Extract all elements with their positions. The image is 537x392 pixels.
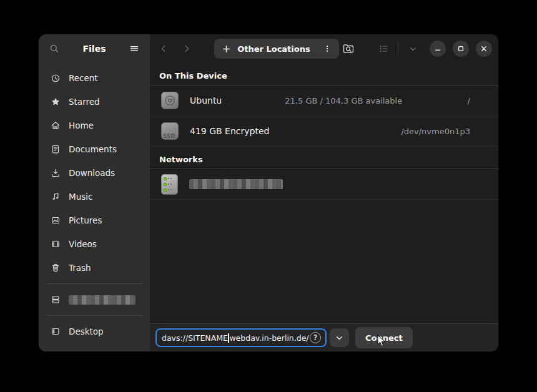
view-options-chevron-icon[interactable] (405, 41, 420, 56)
drive-free-space: 21,5 GB / 104,3 GB available (285, 96, 402, 105)
starred-icon (51, 97, 61, 107)
sidebar-item-desktop[interactable]: Desktop (44, 320, 145, 343)
drive-row-ubuntu[interactable]: Ubuntu 21,5 GB / 104,3 GB available / (150, 86, 498, 116)
ssd-icon: SSD (161, 122, 179, 140)
recent-servers-dropdown[interactable] (330, 328, 349, 347)
downloads-icon (51, 168, 61, 178)
back-button[interactable] (156, 41, 172, 57)
server-stack-icon (51, 295, 61, 305)
sidebar-item-trash[interactable]: Trash (44, 256, 145, 280)
location-bar[interactable]: Other Locations (214, 39, 339, 59)
headerbar: Other Locations (150, 34, 498, 63)
sidebar-item-documents[interactable]: Documents (44, 137, 145, 161)
home-icon (51, 120, 61, 130)
sidebar-item-label: Documents (69, 144, 117, 154)
main-pane: Other Locations (150, 34, 498, 351)
sidebar-item-label: Starred (69, 97, 100, 107)
sidebar-item-label: Recent (69, 73, 98, 83)
sidebar-item-remote-server[interactable] (44, 288, 145, 311)
censored-server-name (189, 179, 283, 189)
kebab-menu-icon[interactable] (323, 44, 332, 54)
desktop-icon (51, 326, 61, 336)
documents-icon (51, 144, 61, 154)
sidebar-item-music[interactable]: Music (44, 185, 145, 208)
connect-button[interactable]: Connect (355, 327, 413, 348)
sidebar-item-label: Home (69, 120, 94, 130)
sidebar-item-label: Pictures (69, 215, 102, 225)
drive-row-encrypted[interactable]: SSD 419 GB Encrypted /dev/nvme0n1p3 (150, 116, 498, 147)
trash-icon (51, 263, 61, 273)
plus-icon (222, 44, 231, 54)
folder-search-icon[interactable] (339, 39, 358, 58)
close-button[interactable] (476, 41, 492, 57)
files-window: Files Recent Starred (39, 34, 498, 351)
desktop-background: Files Recent Starred (0, 0, 537, 392)
drive-name: Ubuntu (190, 96, 285, 105)
sidebar-item-downloads[interactable]: Downloads (44, 161, 145, 185)
sidebar-item-home[interactable]: Home (44, 114, 145, 137)
menu-icon[interactable] (127, 41, 142, 56)
server-address-value: davs://SITENAMEwebdav.in-berlin.de/ (162, 333, 309, 343)
sidebar-item-label: Desktop (69, 326, 104, 336)
videos-icon (51, 239, 61, 249)
search-icon[interactable] (47, 41, 62, 56)
connect-to-server-bar: davs://SITENAMEwebdav.in-berlin.de/ ? Co… (150, 323, 498, 351)
music-icon (51, 192, 61, 202)
sidebar-item-videos[interactable]: Videos (44, 232, 145, 256)
disk-icon (161, 92, 179, 109)
network-server-row[interactable] (150, 169, 498, 200)
minimize-button[interactable] (430, 41, 446, 57)
section-title-networks: Networks (150, 147, 498, 169)
pictures-icon (51, 215, 61, 225)
list-view-icon[interactable] (376, 41, 391, 56)
locations-list: On This Device Ubuntu 21,5 GB / 104,3 GB… (150, 63, 498, 323)
maximize-button[interactable] (453, 41, 469, 57)
sidebar-item-label: Trash (69, 263, 91, 273)
recent-icon (51, 73, 61, 83)
sidebar: Files Recent Starred (39, 34, 150, 351)
sidebar-item-label: Downloads (69, 168, 115, 178)
headerbar-actions (339, 39, 492, 58)
sidebar-list: Recent Starred Home (39, 63, 150, 343)
server-address-input[interactable]: davs://SITENAMEwebdav.in-berlin.de/ ? (155, 328, 327, 347)
drive-name: 419 GB Encrypted (190, 126, 303, 136)
drive-device-path: /dev/nvme0n1p3 (389, 127, 470, 136)
sidebar-header: Files (39, 34, 150, 63)
sidebar-item-pictures[interactable]: Pictures (44, 208, 145, 232)
help-icon[interactable]: ? (310, 332, 321, 343)
sidebar-divider (46, 283, 142, 284)
section-title-on-this-device: On This Device (150, 63, 498, 85)
app-title: Files (83, 44, 106, 54)
location-label: Other Locations (237, 44, 317, 54)
sidebar-item-recent[interactable]: Recent (44, 66, 145, 90)
censored-bookmark-name (69, 295, 135, 305)
sidebar-item-label: Music (69, 192, 92, 202)
forward-button[interactable] (179, 41, 195, 57)
sidebar-item-label: Videos (69, 239, 97, 249)
toolbar-separator (398, 43, 398, 54)
network-server-icon (161, 174, 178, 195)
sidebar-item-starred[interactable]: Starred (44, 90, 145, 114)
drive-mount-path: / (402, 96, 470, 105)
sidebar-divider (46, 315, 142, 316)
